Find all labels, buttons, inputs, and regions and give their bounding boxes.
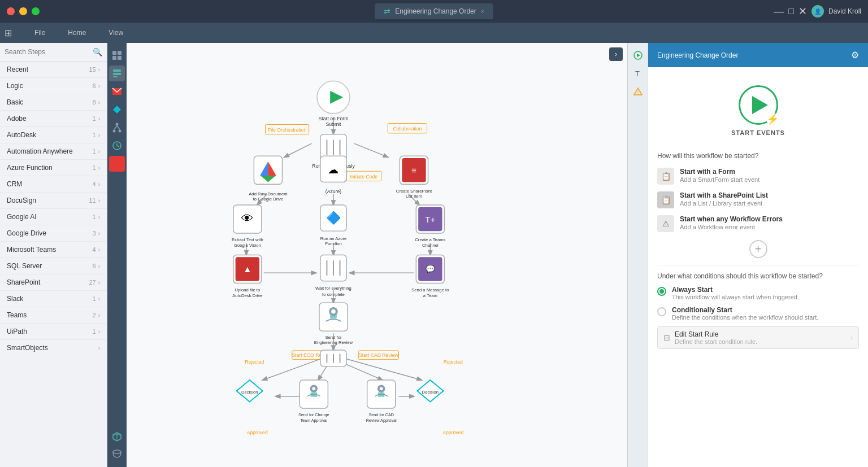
svg-rect-131 [378,392,385,397]
svg-line-39 [344,358,422,380]
workflow-steps-icon[interactable] [109,66,125,81]
sidebar-item-count: 1 [93,115,96,122]
sidebar-item-chevron-icon: › [98,165,100,171]
clock-icon[interactable] [109,138,125,154]
minimize-window-button[interactable] [19,7,27,15]
sidebar-item-smartobjects[interactable]: SmartObjects› [0,340,107,356]
search-input[interactable] [5,48,90,56]
sharepoint-option-title: Start with a SharePoint List [680,191,859,199]
warning-tool[interactable]: ! [630,84,646,99]
start-events-visual: ⚡ START EVENTS [657,76,859,145]
conditional-start-radio[interactable] [657,307,666,316]
always-start-text: Always Start This workflow will always s… [672,286,799,300]
sidebar-item-sql-server[interactable]: SQL Server6› [0,258,107,274]
always-start-title: Always Start [672,286,799,294]
edit-start-rule[interactable]: ⊟ Edit Start Rule Define the start condi… [657,326,859,349]
window-maximize-icon[interactable]: □ [788,6,794,16]
sidebar-item-recent[interactable]: Recent15› [0,62,107,78]
always-start-option[interactable]: Always Start This workflow will always s… [657,286,859,300]
sidebar-item-label: CRM [7,180,93,188]
sidebar-item-google-ai[interactable]: Google AI1› [0,209,107,225]
svg-text:Channel: Channel [422,243,439,248]
sidebar-item-docusign[interactable]: DocuSign11› [0,193,107,209]
sidebar-item-label: Adobe [7,115,93,123]
right-panel: Engineering Change Order ⚙ ⚡ START EVENT… [648,43,868,467]
sidebar-item-basic[interactable]: Basic8› [0,94,107,111]
svg-rect-5 [113,73,121,75]
sidebar-item-logic[interactable]: Logic6› [0,78,107,94]
window-controls [7,7,40,15]
sidebar-item-chevron-icon: › [98,116,100,122]
window-minimize-icon[interactable]: — [774,6,784,18]
sidebar-item-teams[interactable]: Teams2› [0,307,107,324]
collapse-button[interactable]: › [609,47,623,61]
menu-home[interactable]: Home [63,27,90,39]
sidebar-item-label: Basic [7,98,93,106]
maximize-window-button[interactable] [32,7,40,15]
tab-close-button[interactable]: × [481,8,484,15]
branch-icon[interactable] [109,120,125,136]
grid-icon: ⊞ [5,28,12,38]
sidebar-item-crm[interactable]: CRM4› [0,176,107,193]
sidebar-item-label: UiPath [7,328,93,335]
sidebar-item-google-drive[interactable]: Google Drive3› [0,225,107,242]
menu-view[interactable]: View [104,27,128,39]
sidebar-item-chevron-icon: › [98,247,100,253]
form-option-text: Start with a Form Add a SmartForm start … [680,168,859,183]
sidebar-item-chevron-icon: › [98,83,100,89]
sidebar-item-azure-function[interactable]: Azure Function1› [0,160,107,176]
svg-text:T: T [635,69,640,78]
svg-text:Submit: Submit [326,121,341,127]
sidebar-item-count: 3 [93,230,96,237]
sidebar-item-autodesk[interactable]: AutoDesk1› [0,127,107,143]
svg-rect-113 [330,314,337,318]
sidebar-item-sharepoint[interactable]: SharePoint27› [0,274,107,291]
svg-text:Decision: Decision [422,390,439,395]
svg-text:!: ! [637,90,639,95]
conditional-start-text: Conditionally Start Define the condition… [672,306,818,321]
conditional-start-title: Conditionally Start [672,306,818,314]
conditional-start-subtitle: Define the conditions when the workflow … [672,314,818,321]
sidebar-item-adobe[interactable]: Adobe1› [0,111,107,127]
stop-icon[interactable] [109,156,125,172]
svg-text:Rejected: Rejected [444,359,463,365]
sidebar-item-count: 15 [89,66,96,73]
sharepoint-option-subtitle: Add a List / Library start event [680,200,859,207]
svg-point-21 [113,450,121,453]
always-start-subtitle: This workflow will always start when tri… [672,294,799,300]
panel-settings-icon[interactable]: ⚙ [851,50,859,60]
sharepoint-option-text: Start with a SharePoint List Add a List … [680,191,859,207]
sidebar-item-chevron-icon: › [98,263,100,269]
diamond-icon[interactable] [109,102,125,117]
sidebar-item-label: Teams [7,311,93,319]
conditional-start-option[interactable]: Conditionally Start Define the condition… [657,306,859,321]
sidebar-item-microsoft-teams[interactable]: Microsoft Teams4› [0,242,107,258]
database-icon[interactable] [109,447,125,462]
svg-point-9 [116,123,119,126]
add-event-button[interactable]: + [749,240,767,258]
step-library-icon[interactable] [109,47,125,63]
window-close-icon[interactable]: ✕ [798,5,807,18]
close-window-button[interactable] [7,7,15,15]
panel-header: Engineering Change Order ⚙ [648,43,868,67]
svg-text:Send for Change: Send for Change [298,412,329,417]
mail-icon[interactable] [109,84,125,99]
active-tab[interactable]: ⇄ Engineering Change Order × [375,3,493,19]
menu-file[interactable]: File [30,27,50,39]
sidebar-item-label: Microsoft Teams [7,246,93,254]
edit-rule-title: Edit Start Rule [675,330,846,338]
svg-text:Approved: Approved [442,430,463,435]
sidebar-item-automation-anywhere[interactable]: Automation Anywhere1› [0,143,107,160]
text-tool[interactable]: T [630,66,646,81]
play-tool[interactable] [630,47,646,63]
sidebar-item-slack[interactable]: Slack1› [0,291,107,307]
edit-rule-icon: ⊟ [663,333,670,342]
svg-text:≡: ≡ [411,165,416,175]
conditions-section: Under what conditions should this workfl… [657,272,859,349]
svg-text:Google Vision: Google Vision [234,243,261,248]
sidebar-item-label: Google Drive [7,229,93,237]
always-start-radio[interactable] [657,287,666,296]
sidebar-item-uipath[interactable]: UiPath1› [0,324,107,340]
canvas-area: › [127,43,627,467]
cube-icon[interactable] [109,429,125,444]
